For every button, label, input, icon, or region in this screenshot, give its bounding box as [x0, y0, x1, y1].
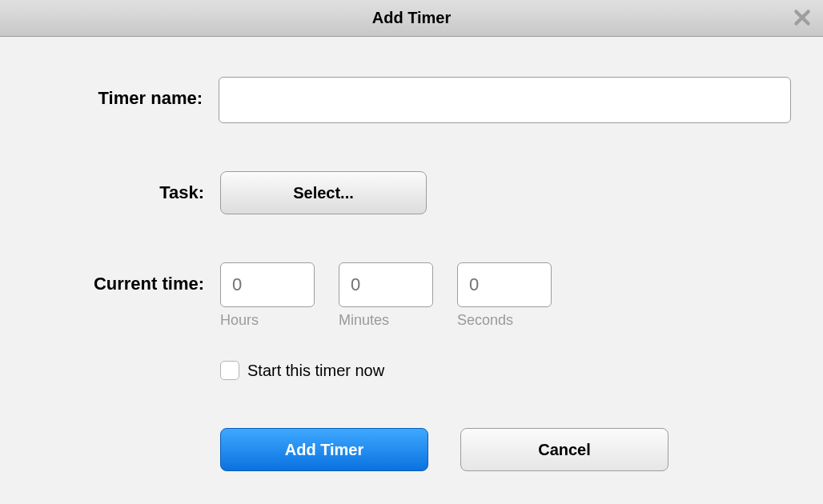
- task-select-button[interactable]: Select...: [220, 171, 427, 214]
- hours-input[interactable]: [220, 262, 315, 307]
- seconds-input[interactable]: [457, 262, 552, 307]
- start-now-label: Start this timer now: [247, 362, 384, 380]
- cancel-button[interactable]: Cancel: [460, 428, 668, 471]
- row-task: Task: Select...: [32, 171, 791, 214]
- row-start-now: Start this timer now: [32, 361, 791, 380]
- seconds-sublabel: Seconds: [457, 312, 552, 329]
- task-label: Task:: [32, 171, 220, 203]
- start-now-checkbox-row: Start this timer now: [220, 361, 384, 380]
- add-timer-button[interactable]: Add Timer: [220, 428, 428, 471]
- minutes-block: Minutes: [339, 262, 433, 329]
- hours-block: Hours: [220, 262, 315, 329]
- row-timer-name: Timer name:: [32, 77, 791, 123]
- start-now-checkbox[interactable]: [220, 361, 239, 380]
- current-time-label: Current time:: [32, 262, 220, 294]
- minutes-sublabel: Minutes: [339, 312, 433, 329]
- timer-name-input[interactable]: [219, 77, 791, 123]
- close-icon[interactable]: [789, 5, 815, 30]
- seconds-block: Seconds: [457, 262, 552, 329]
- dialog-form: Timer name: Task: Select... Current time…: [0, 37, 823, 471]
- dialog-title: Add Timer: [372, 9, 452, 27]
- dialog-titlebar: Add Timer: [0, 0, 823, 37]
- add-timer-dialog: Add Timer Timer name: Task: Select... Cu…: [0, 0, 823, 504]
- minutes-input[interactable]: [339, 262, 433, 307]
- row-current-time: Current time: Hours Minutes Seconds: [32, 262, 791, 329]
- hours-sublabel: Hours: [220, 312, 315, 329]
- row-actions: Add Timer Cancel: [32, 428, 791, 471]
- timer-name-label: Timer name:: [32, 77, 219, 109]
